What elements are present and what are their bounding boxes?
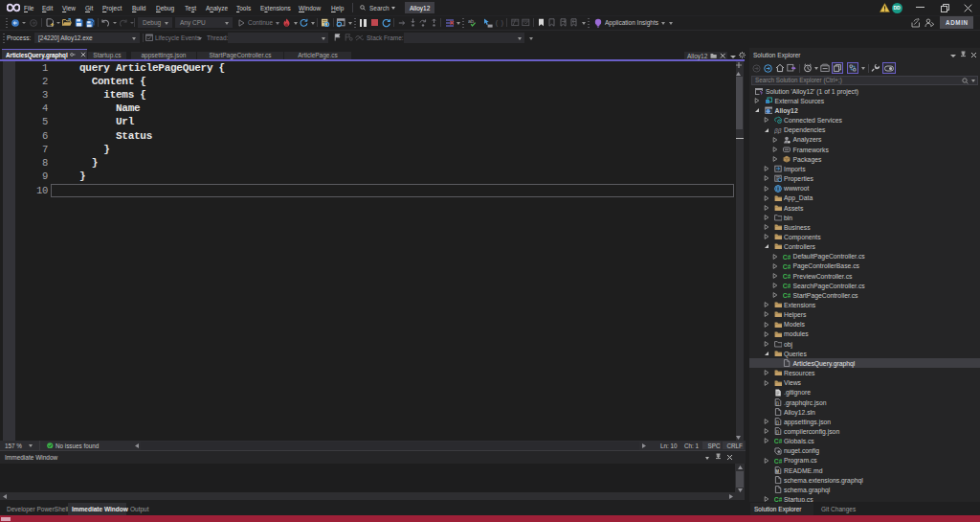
svg-text:{}: {} (775, 420, 779, 425)
svg-text:C#: C# (783, 283, 791, 289)
svg-text:C#: C# (783, 292, 791, 299)
svg-text:{}: {} (775, 429, 779, 435)
svg-text:C#: C# (774, 457, 782, 464)
svg-text:ββ: ββ (774, 126, 782, 134)
svg-text:C#: C# (774, 438, 782, 444)
svg-text:ab: ab (468, 18, 474, 24)
svg-text:C#: C# (783, 253, 791, 260)
svg-text:M: M (775, 469, 779, 474)
svg-text:( ): ( ) (495, 19, 504, 27)
svg-text:C#: C# (783, 273, 791, 280)
svg-text:{}: {} (775, 399, 779, 405)
svg-text:C#: C# (783, 262, 791, 269)
